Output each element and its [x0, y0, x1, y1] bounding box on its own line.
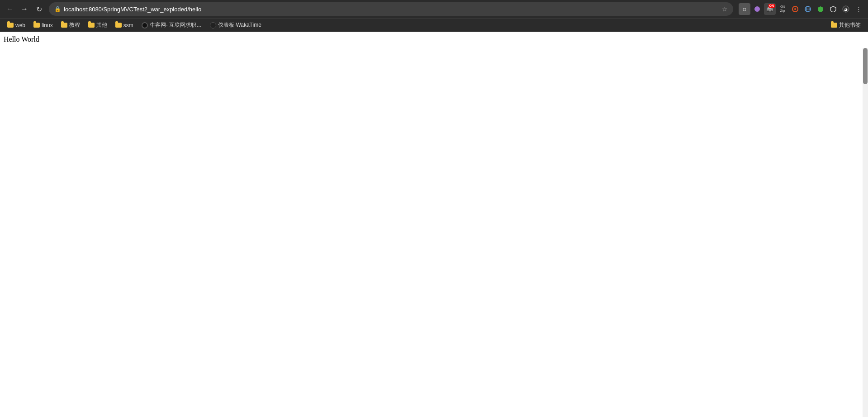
reload-button[interactable]: ↻: [33, 3, 45, 15]
folder-icon: [7, 23, 14, 28]
bookmarks-bar: web linux 教程 其他 ssm 牛客网- 互联网求职… 仪表板·Waka…: [0, 18, 868, 32]
lock-icon: 🔒: [54, 6, 61, 12]
address-bar-wrap: 🔒 ☆: [49, 2, 733, 16]
folder-icon: [831, 23, 837, 28]
globe-ext-icon[interactable]: [802, 3, 814, 15]
extension-icons: □ ON GitZip: [739, 3, 864, 15]
bookmark-wakatime[interactable]: 仪表板·WakaTime: [206, 20, 265, 30]
bookmark-qita-label: 其他: [96, 21, 107, 29]
hello-world-heading: Hello World: [4, 35, 864, 43]
svg-text:◕: ◕: [844, 7, 848, 12]
svg-point-6: [794, 8, 796, 10]
back-button[interactable]: ←: [4, 3, 16, 15]
on-badge: ON: [768, 4, 775, 8]
bookmark-ssm[interactable]: ssm: [112, 21, 137, 30]
orange-ext-icon[interactable]: [789, 3, 801, 15]
svg-point-3: [767, 10, 769, 12]
scrollbar-thumb[interactable]: [863, 48, 868, 84]
gitzip-ext-icon[interactable]: GitZip: [777, 3, 788, 15]
folder-icon: [115, 23, 122, 28]
address-bar-input[interactable]: [64, 6, 719, 13]
bookmark-web-label: web: [15, 22, 25, 29]
folder-icon: [33, 23, 40, 28]
star-icon[interactable]: ☆: [722, 5, 728, 13]
bookmark-jiaocheng[interactable]: 教程: [57, 20, 84, 30]
toolbar: ← → ↻ 🔒 ☆ □ ON: [0, 0, 868, 18]
screenshot-ext-icon[interactable]: □: [739, 3, 750, 15]
green-ext-icon[interactable]: [815, 3, 826, 15]
shield-ext-icon[interactable]: [827, 3, 839, 15]
wakatime-icon: [210, 22, 216, 29]
bookmark-wakatime-label: 仪表板·WakaTime: [218, 21, 261, 29]
forward-button[interactable]: →: [18, 3, 31, 15]
browser-chrome: ← → ↻ 🔒 ☆ □ ON: [0, 0, 868, 32]
bookmark-ssm-label: ssm: [123, 22, 133, 29]
bookmarks-other[interactable]: 其他书签: [827, 20, 864, 30]
page-content: Hello World: [0, 32, 868, 401]
bookmark-linux-label: linux: [42, 22, 53, 29]
bookmark-jiaocheng-label: 教程: [69, 21, 80, 29]
bookmarks-other-label: 其他书签: [839, 21, 861, 29]
svg-point-4: [771, 10, 773, 12]
folder-icon: [61, 23, 67, 28]
bookmark-niuke[interactable]: 牛客网- 互联网求职…: [138, 20, 205, 30]
folder-icon: [88, 23, 95, 28]
bookmark-qita[interactable]: 其他: [85, 20, 111, 30]
extensions-menu-icon[interactable]: ⋮: [853, 3, 864, 15]
on-ext-icon[interactable]: ON: [764, 3, 776, 15]
scrollbar[interactable]: [863, 48, 868, 401]
bookmark-linux[interactable]: linux: [30, 21, 57, 30]
circle-ext-icon[interactable]: ◕: [840, 3, 852, 15]
bookmark-web[interactable]: web: [4, 21, 29, 30]
niuke-icon: [142, 22, 148, 29]
svg-point-0: [754, 6, 760, 12]
bookmark-niuke-label: 牛客网- 互联网求职…: [150, 21, 202, 29]
purple-ext-icon[interactable]: [751, 3, 763, 15]
